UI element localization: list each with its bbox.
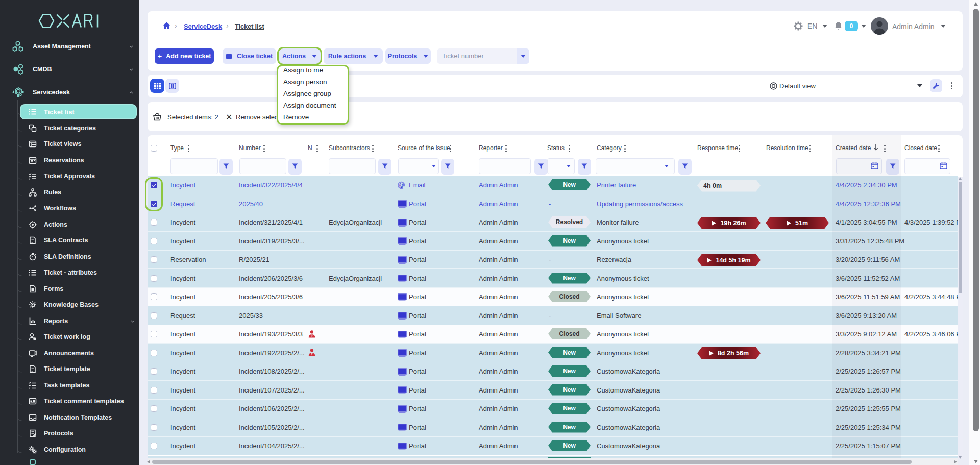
svg-text:@: @: [399, 182, 404, 188]
